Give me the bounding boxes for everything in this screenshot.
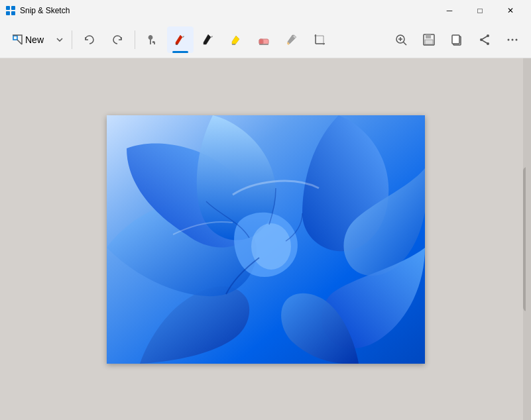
scrollbar-track[interactable]	[523, 58, 531, 420]
title-bar-controls: ─ □ ✕	[434, 0, 526, 21]
separator-1	[72, 30, 72, 49]
title-bar: Snip & Sketch ─ □ ✕	[0, 0, 531, 21]
image-container	[107, 115, 425, 364]
new-dropdown-button[interactable]	[52, 26, 68, 53]
share-button[interactable]	[471, 26, 498, 53]
save-icon	[422, 33, 436, 46]
share-icon	[478, 33, 491, 46]
svg-rect-2	[6, 11, 10, 15]
touch-writing-button[interactable]	[139, 26, 166, 53]
redo-button[interactable]	[104, 26, 131, 53]
touch-icon	[145, 32, 160, 47]
separator-2	[135, 30, 135, 49]
pencil-icon	[284, 32, 299, 47]
svg-rect-3	[11, 11, 15, 15]
title-bar-left: Snip & Sketch	[5, 5, 70, 16]
close-button[interactable]: ✕	[495, 0, 526, 21]
toolbar: New	[0, 21, 531, 58]
toolbar-right	[388, 26, 526, 53]
calligraphy-pen-button[interactable]	[195, 26, 221, 53]
app-title: Snip & Sketch	[20, 6, 70, 15]
canvas-area[interactable]	[0, 58, 531, 420]
svg-point-28	[512, 38, 514, 40]
copy-icon	[450, 33, 463, 46]
undo-icon	[84, 34, 95, 46]
crop-button[interactable]	[306, 26, 333, 53]
minimize-button[interactable]: ─	[434, 0, 465, 21]
new-button-label: New	[25, 34, 44, 45]
svg-point-31	[251, 223, 291, 270]
undo-button[interactable]	[76, 26, 103, 53]
svg-rect-7	[259, 39, 263, 44]
maximize-button[interactable]: □	[465, 0, 495, 21]
win11-wallpaper	[107, 115, 425, 364]
save-button[interactable]	[416, 26, 442, 53]
svg-line-25	[481, 36, 488, 40]
highlighter-button[interactable]	[223, 26, 249, 53]
zoom-button[interactable]	[388, 26, 414, 53]
eraser-button[interactable]	[251, 26, 277, 53]
calligraphy-icon	[201, 32, 215, 47]
svg-rect-19	[425, 40, 433, 44]
redo-icon	[111, 34, 123, 46]
more-icon	[506, 33, 519, 46]
copy-button[interactable]	[443, 26, 470, 53]
ballpoint-pen-button[interactable]	[167, 26, 194, 53]
new-snip-icon	[12, 34, 23, 45]
svg-rect-21	[452, 35, 459, 44]
eraser-icon	[257, 32, 271, 47]
svg-rect-18	[426, 34, 431, 38]
more-button[interactable]	[499, 26, 526, 53]
highlighter-icon	[229, 32, 243, 47]
svg-marker-5	[232, 36, 239, 44]
pencil-button[interactable]	[278, 26, 305, 53]
new-button[interactable]: New	[5, 26, 50, 53]
svg-rect-1	[11, 6, 15, 10]
svg-line-14	[404, 42, 407, 45]
svg-point-27	[508, 38, 510, 40]
chevron-down-icon	[56, 38, 63, 42]
svg-line-26	[481, 40, 488, 44]
pen-icon	[173, 32, 188, 47]
svg-rect-0	[6, 6, 10, 10]
zoom-icon	[394, 33, 408, 46]
crop-icon	[312, 32, 327, 47]
svg-point-29	[516, 38, 518, 40]
app-icon	[5, 5, 16, 16]
scrollbar-thumb[interactable]	[523, 167, 531, 311]
